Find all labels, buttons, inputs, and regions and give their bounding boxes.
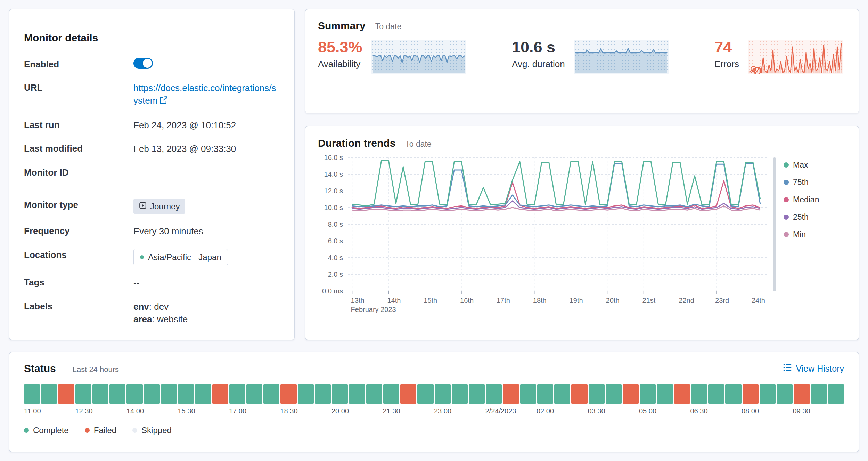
svg-text:4.0 s: 4.0 s xyxy=(328,254,343,261)
monitor-url-link[interactable]: https://docs.elastic.co/integrations/sys… xyxy=(133,83,276,106)
status-block-8[interactable] xyxy=(161,384,177,404)
status-block-13[interactable] xyxy=(246,384,262,404)
status-block-34[interactable] xyxy=(606,384,622,404)
status-block-45[interactable] xyxy=(794,384,810,404)
status-block-14[interactable] xyxy=(263,384,279,404)
status-block-9[interactable] xyxy=(178,384,194,404)
url-row: URL https://docs.elastic.co/integrations… xyxy=(24,82,280,108)
enabled-toggle[interactable] xyxy=(133,58,153,69)
status-block-3[interactable] xyxy=(75,384,91,404)
legend-label: Median xyxy=(793,195,819,204)
status-block-5[interactable] xyxy=(109,384,125,404)
legend-item-min[interactable]: Min xyxy=(784,230,845,239)
status-block-25[interactable] xyxy=(452,384,468,404)
status-block-29[interactable] xyxy=(520,384,536,404)
status-block-27[interactable] xyxy=(486,384,502,404)
labels-label: Labels xyxy=(24,300,133,313)
svg-text:22nd: 22nd xyxy=(679,297,694,304)
monitor-details-title: Monitor details xyxy=(24,32,280,44)
status-block-38[interactable] xyxy=(674,384,690,404)
status-legend-dot xyxy=(24,428,29,433)
svg-text:18th: 18th xyxy=(533,297,547,304)
status-block-7[interactable] xyxy=(144,384,160,404)
legend-item-75th[interactable]: 75th xyxy=(784,178,845,187)
time-label: 08:00 xyxy=(742,407,793,415)
time-label: 03:30 xyxy=(588,407,639,415)
monitor-id-row: Monitor ID xyxy=(24,167,280,179)
view-history-button[interactable]: View History xyxy=(783,363,844,374)
status-legend-item-failed: Failed xyxy=(85,426,116,435)
legend-item-max[interactable]: Max xyxy=(784,160,845,170)
status-block-16[interactable] xyxy=(298,384,314,404)
svg-text:12.0 s: 12.0 s xyxy=(324,187,343,195)
status-block-42[interactable] xyxy=(743,384,759,404)
right-column: Summary To date 85.3% Availability 10.6 … xyxy=(305,9,859,340)
status-block-6[interactable] xyxy=(126,384,142,404)
svg-text:19th: 19th xyxy=(570,297,583,304)
svg-text:14th: 14th xyxy=(387,297,401,304)
errors-value: 74 xyxy=(714,39,739,56)
status-block-33[interactable] xyxy=(589,384,605,404)
duration-trends-panel: Duration trends To date 16.0 s14.0 s12.0… xyxy=(305,126,859,340)
status-block-22[interactable] xyxy=(400,384,416,404)
status-block-32[interactable] xyxy=(571,384,587,404)
last-run-row: Last run Feb 24, 2023 @ 10:10:52 xyxy=(24,119,280,131)
status-block-0[interactable] xyxy=(24,384,40,404)
status-block-39[interactable] xyxy=(691,384,707,404)
time-label: 05:00 xyxy=(639,407,690,415)
svg-text:10.0 s: 10.0 s xyxy=(324,204,343,211)
status-block-28[interactable] xyxy=(503,384,519,404)
journey-badge: Journey xyxy=(133,199,185,214)
status-block-41[interactable] xyxy=(725,384,741,404)
status-block-19[interactable] xyxy=(349,384,365,404)
status-block-36[interactable] xyxy=(640,384,656,404)
last-modified-value: Feb 13, 2023 @ 09:33:30 xyxy=(133,143,236,155)
status-block-17[interactable] xyxy=(315,384,331,404)
legend-item-25th[interactable]: 25th xyxy=(784,212,845,222)
time-label: 11:00 xyxy=(24,407,75,415)
svg-text:8.0 s: 8.0 s xyxy=(328,220,343,228)
location-status-dot xyxy=(140,255,144,259)
status-legend-item-skipped: Skipped xyxy=(132,426,172,435)
duration-legend: Max75thMedian25thMin xyxy=(784,153,845,247)
status-block-20[interactable] xyxy=(366,384,382,404)
legend-item-median[interactable]: Median xyxy=(784,195,845,204)
status-time-labels: 11:0012:3014:0015:3017:0018:3020:0021:30… xyxy=(24,407,844,415)
status-block-12[interactable] xyxy=(229,384,245,404)
status-block-40[interactable] xyxy=(708,384,724,404)
frequency-label: Frequency xyxy=(24,225,133,237)
status-block-10[interactable] xyxy=(195,384,211,404)
status-block-30[interactable] xyxy=(537,384,553,404)
status-block-4[interactable] xyxy=(92,384,108,404)
legend-label: Max xyxy=(793,160,808,170)
errors-sparkline xyxy=(748,40,843,74)
status-block-31[interactable] xyxy=(554,384,570,404)
status-block-26[interactable] xyxy=(469,384,485,404)
legend-dot-75th xyxy=(784,180,789,185)
status-block-43[interactable] xyxy=(760,384,776,404)
external-link-icon xyxy=(159,95,168,107)
status-block-35[interactable] xyxy=(623,384,639,404)
availability-sparkline xyxy=(371,40,466,74)
status-block-11[interactable] xyxy=(212,384,228,404)
status-block-46[interactable] xyxy=(811,384,827,404)
status-block-15[interactable] xyxy=(280,384,296,404)
status-block-44[interactable] xyxy=(777,384,793,404)
status-block-23[interactable] xyxy=(417,384,433,404)
status-block-18[interactable] xyxy=(332,384,348,404)
status-block-47[interactable] xyxy=(828,384,844,404)
time-label: 02:00 xyxy=(537,407,588,415)
status-block-2[interactable] xyxy=(58,384,74,404)
status-block-24[interactable] xyxy=(435,384,451,404)
locations-value: Asia/Pacific - Japan xyxy=(133,249,228,266)
locations-label: Locations xyxy=(24,249,133,261)
status-legend-label: Failed xyxy=(94,426,116,435)
time-label: 12:30 xyxy=(75,407,127,415)
legend-label: 75th xyxy=(793,178,809,187)
duration-chart-wrap: 16.0 s14.0 s12.0 s10.0 s8.0 s6.0 s4.0 s2… xyxy=(318,153,846,316)
status-block-37[interactable] xyxy=(657,384,673,404)
legend-dot-max xyxy=(784,162,789,168)
status-block-1[interactable] xyxy=(41,384,57,404)
status-block-21[interactable] xyxy=(383,384,399,404)
duration-trends-chart: 16.0 s14.0 s12.0 s10.0 s8.0 s6.0 s4.0 s2… xyxy=(318,153,784,316)
